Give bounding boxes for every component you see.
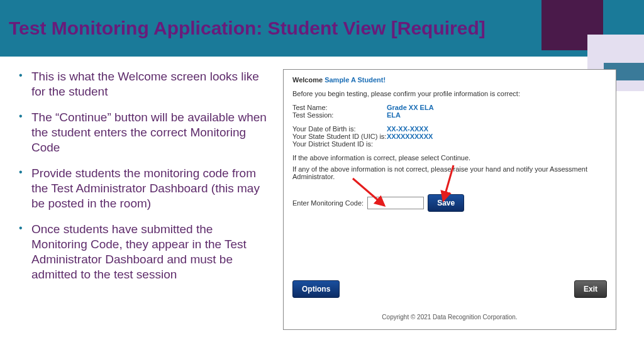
test-session-label: Test Session:: [292, 111, 387, 119]
student-name: Sample A Student!: [325, 76, 386, 84]
student-info-block: Your Date of Birth is: XX-XX-XXXX Your S…: [292, 125, 607, 148]
bullet-item: The “Continue” button will be available …: [19, 110, 270, 156]
student-welcome-screenshot: Welcome Sample A Student! Before you beg…: [283, 69, 616, 330]
dob-label: Your Date of Birth is:: [292, 125, 387, 133]
intro-text: Before you begin testing, please confirm…: [292, 90, 607, 97]
svg-line-1: [443, 165, 453, 200]
welcome-prefix: Welcome: [292, 76, 325, 84]
bullet-item: This is what the Welcome screen looks li…: [19, 69, 270, 100]
bullet-item: Provide students the monitoring code fro…: [19, 166, 270, 212]
uic-value: XXXXXXXXXX: [387, 133, 433, 140]
annotation-arrow-right: [436, 164, 474, 208]
dob-value: XX-XX-XXXX: [387, 125, 428, 133]
options-button[interactable]: Options: [292, 280, 340, 298]
uic-label: Your State Student ID (UIC) is:: [292, 133, 387, 140]
district-label: Your District Student ID is:: [292, 140, 387, 148]
test-name-value: Grade XX ELA: [387, 104, 434, 111]
slide-title: Test Monitoring Application: Student Vie…: [9, 18, 486, 39]
bottom-button-row: Options Exit: [292, 280, 607, 298]
annotation-arrow-left: [350, 175, 400, 213]
copyright-text: Copyright © 2021 Data Recognition Corpor…: [284, 314, 616, 321]
slide-content: This is what the Welcome screen looks li…: [0, 57, 644, 336]
welcome-line: Welcome Sample A Student!: [292, 76, 607, 84]
slide-header: Test Monitoring Application: Student Vie…: [0, 0, 644, 57]
bullet-list: This is what the Welcome screen looks li…: [6, 69, 270, 330]
test-info-block: Test Name: Grade XX ELA Test Session: EL…: [292, 104, 607, 119]
test-name-label: Test Name:: [292, 104, 387, 111]
exit-button[interactable]: Exit: [574, 280, 607, 298]
svg-line-0: [353, 178, 384, 206]
bullet-item: Once students have submitted the Monitor…: [19, 222, 270, 283]
instruction-correct: If the above information is correct, ple…: [292, 154, 607, 162]
test-session-value: ELA: [387, 111, 401, 119]
